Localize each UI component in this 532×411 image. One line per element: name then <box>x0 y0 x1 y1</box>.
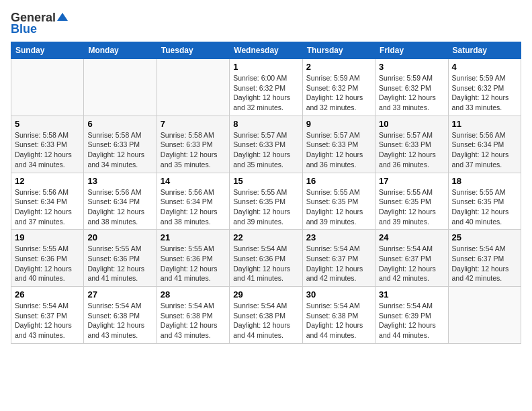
column-header-saturday: Saturday <box>448 42 521 59</box>
day-cell: 20Sunrise: 5:55 AMSunset: 6:36 PMDayligh… <box>84 230 157 287</box>
day-cell <box>11 59 84 116</box>
day-info: Sunrise: 5:59 AMSunset: 6:32 PMDaylight:… <box>452 73 517 113</box>
day-cell: 28Sunrise: 5:54 AMSunset: 6:38 PMDayligh… <box>157 287 229 344</box>
day-number: 6 <box>87 119 152 129</box>
day-number: 2 <box>306 62 371 72</box>
day-cell: 22Sunrise: 5:54 AMSunset: 6:36 PMDayligh… <box>230 230 302 287</box>
day-cell: 7Sunrise: 5:58 AMSunset: 6:33 PMDaylight… <box>157 116 229 173</box>
day-cell: 8Sunrise: 5:57 AMSunset: 6:33 PMDaylight… <box>230 116 302 173</box>
day-info: Sunrise: 5:57 AMSunset: 6:33 PMDaylight:… <box>233 130 298 170</box>
day-info: Sunrise: 5:54 AMSunset: 6:37 PMDaylight:… <box>452 244 517 283</box>
day-cell: 4Sunrise: 5:59 AMSunset: 6:32 PMDaylight… <box>448 59 521 116</box>
day-number: 26 <box>15 289 80 300</box>
day-cell: 16Sunrise: 5:55 AMSunset: 6:35 PMDayligh… <box>302 173 375 230</box>
day-info: Sunrise: 5:54 AMSunset: 6:37 PMDaylight:… <box>15 301 80 340</box>
day-number: 3 <box>379 62 444 72</box>
day-number: 19 <box>15 232 80 242</box>
day-info: Sunrise: 5:56 AMSunset: 6:34 PMDaylight:… <box>452 130 517 170</box>
day-number: 17 <box>379 176 444 186</box>
day-info: Sunrise: 5:58 AMSunset: 6:33 PMDaylight:… <box>161 130 226 170</box>
day-cell: 2Sunrise: 5:59 AMSunset: 6:32 PMDaylight… <box>302 59 375 116</box>
logo-bird-icon <box>57 11 68 22</box>
day-number: 18 <box>452 176 517 186</box>
day-number: 22 <box>233 232 298 242</box>
day-cell: 29Sunrise: 5:54 AMSunset: 6:38 PMDayligh… <box>230 287 302 344</box>
day-cell: 6Sunrise: 5:58 AMSunset: 6:33 PMDaylight… <box>84 116 157 173</box>
day-info: Sunrise: 5:55 AMSunset: 6:35 PMDaylight:… <box>306 187 371 227</box>
day-number: 27 <box>87 289 152 300</box>
day-info: Sunrise: 5:54 AMSunset: 6:38 PMDaylight:… <box>233 301 298 340</box>
day-number: 24 <box>379 232 444 242</box>
day-cell: 21Sunrise: 5:55 AMSunset: 6:36 PMDayligh… <box>157 230 229 287</box>
day-cell: 11Sunrise: 5:56 AMSunset: 6:34 PMDayligh… <box>448 116 521 173</box>
day-number: 25 <box>452 232 517 242</box>
day-info: Sunrise: 5:59 AMSunset: 6:32 PMDaylight:… <box>379 73 444 113</box>
day-number: 10 <box>379 119 444 129</box>
day-info: Sunrise: 5:55 AMSunset: 6:36 PMDaylight:… <box>87 244 152 283</box>
day-info: Sunrise: 5:54 AMSunset: 6:38 PMDaylight:… <box>161 301 226 340</box>
day-number: 29 <box>233 289 298 300</box>
day-number: 30 <box>306 289 371 300</box>
day-number: 28 <box>161 289 226 300</box>
day-number: 20 <box>87 232 152 242</box>
day-number: 4 <box>452 62 517 72</box>
day-cell: 27Sunrise: 5:54 AMSunset: 6:38 PMDayligh… <box>84 287 157 344</box>
day-cell: 19Sunrise: 5:55 AMSunset: 6:36 PMDayligh… <box>11 230 84 287</box>
day-cell <box>84 59 157 116</box>
day-info: Sunrise: 5:55 AMSunset: 6:35 PMDaylight:… <box>379 187 444 227</box>
day-number: 31 <box>379 289 444 300</box>
day-number: 11 <box>452 119 517 129</box>
day-info: Sunrise: 5:57 AMSunset: 6:33 PMDaylight:… <box>379 130 444 170</box>
day-info: Sunrise: 5:59 AMSunset: 6:32 PMDaylight:… <box>306 73 371 113</box>
column-header-sunday: Sunday <box>11 42 84 59</box>
day-info: Sunrise: 5:55 AMSunset: 6:35 PMDaylight:… <box>452 187 517 227</box>
day-cell: 12Sunrise: 5:56 AMSunset: 6:34 PMDayligh… <box>11 173 84 230</box>
day-number: 21 <box>161 232 226 242</box>
day-cell: 13Sunrise: 5:56 AMSunset: 6:34 PMDayligh… <box>84 173 157 230</box>
column-header-wednesday: Wednesday <box>230 42 302 59</box>
week-row-1: 1Sunrise: 6:00 AMSunset: 6:32 PMDaylight… <box>11 59 521 116</box>
day-cell: 23Sunrise: 5:54 AMSunset: 6:37 PMDayligh… <box>302 230 375 287</box>
day-cell: 10Sunrise: 5:57 AMSunset: 6:33 PMDayligh… <box>375 116 448 173</box>
day-number: 23 <box>306 232 371 242</box>
day-info: Sunrise: 5:55 AMSunset: 6:36 PMDaylight:… <box>15 244 80 283</box>
week-row-4: 19Sunrise: 5:55 AMSunset: 6:36 PMDayligh… <box>11 230 521 287</box>
column-header-tuesday: Tuesday <box>157 42 229 59</box>
day-number: 7 <box>161 119 226 129</box>
week-row-2: 5Sunrise: 5:58 AMSunset: 6:33 PMDaylight… <box>11 116 521 173</box>
day-number: 5 <box>15 119 80 129</box>
day-info: Sunrise: 5:54 AMSunset: 6:37 PMDaylight:… <box>306 244 371 283</box>
logo: General Blue <box>11 11 68 36</box>
day-cell: 5Sunrise: 5:58 AMSunset: 6:33 PMDaylight… <box>11 116 84 173</box>
day-info: Sunrise: 5:54 AMSunset: 6:38 PMDaylight:… <box>87 301 152 340</box>
day-number: 14 <box>161 176 226 186</box>
day-info: Sunrise: 5:58 AMSunset: 6:33 PMDaylight:… <box>15 130 80 170</box>
day-cell: 1Sunrise: 6:00 AMSunset: 6:32 PMDaylight… <box>230 59 302 116</box>
day-info: Sunrise: 5:54 AMSunset: 6:37 PMDaylight:… <box>379 244 444 283</box>
day-cell: 9Sunrise: 5:57 AMSunset: 6:33 PMDaylight… <box>302 116 375 173</box>
day-cell: 26Sunrise: 5:54 AMSunset: 6:37 PMDayligh… <box>11 287 84 344</box>
day-info: Sunrise: 5:58 AMSunset: 6:33 PMDaylight:… <box>87 130 152 170</box>
day-cell <box>157 59 229 116</box>
svg-marker-0 <box>57 13 68 21</box>
day-cell: 15Sunrise: 5:55 AMSunset: 6:35 PMDayligh… <box>230 173 302 230</box>
day-cell: 14Sunrise: 5:56 AMSunset: 6:34 PMDayligh… <box>157 173 229 230</box>
day-info: Sunrise: 5:54 AMSunset: 6:38 PMDaylight:… <box>306 301 371 340</box>
logo-blue: Blue <box>11 22 37 36</box>
day-number: 9 <box>306 119 371 129</box>
day-cell <box>448 287 521 344</box>
column-header-friday: Friday <box>375 42 448 59</box>
day-info: Sunrise: 5:56 AMSunset: 6:34 PMDaylight:… <box>161 187 226 227</box>
day-number: 13 <box>87 176 152 186</box>
day-cell: 3Sunrise: 5:59 AMSunset: 6:32 PMDaylight… <box>375 59 448 116</box>
day-cell: 31Sunrise: 5:54 AMSunset: 6:39 PMDayligh… <box>375 287 448 344</box>
column-header-monday: Monday <box>84 42 157 59</box>
day-info: Sunrise: 5:56 AMSunset: 6:34 PMDaylight:… <box>15 187 80 227</box>
day-cell: 24Sunrise: 5:54 AMSunset: 6:37 PMDayligh… <box>375 230 448 287</box>
day-cell: 17Sunrise: 5:55 AMSunset: 6:35 PMDayligh… <box>375 173 448 230</box>
day-info: Sunrise: 5:55 AMSunset: 6:35 PMDaylight:… <box>233 187 298 227</box>
column-header-thursday: Thursday <box>302 42 375 59</box>
day-info: Sunrise: 5:56 AMSunset: 6:34 PMDaylight:… <box>87 187 152 227</box>
day-info: Sunrise: 5:57 AMSunset: 6:33 PMDaylight:… <box>306 130 371 170</box>
day-number: 12 <box>15 176 80 186</box>
